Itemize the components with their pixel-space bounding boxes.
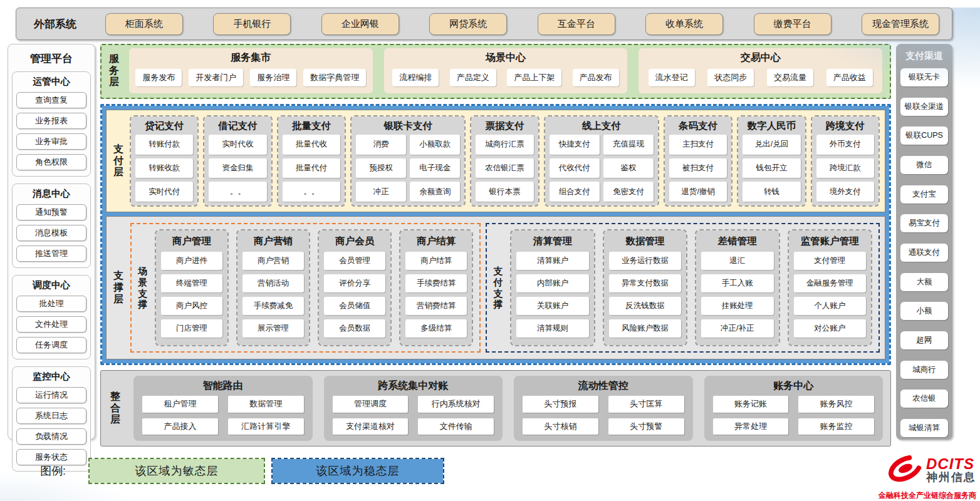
management-groups: 运管中心查询查复业务报表业务审批角色权限消息中心通知预警消息模板推送管理调度中心… — [12, 71, 91, 472]
service-chip: 流程编排 — [392, 69, 439, 86]
support-chip: 反洗钱数据 — [609, 297, 681, 315]
external-system-chip: 网贷系统 — [429, 13, 507, 35]
legend-agile-box: 该区域为敏态层 — [88, 458, 265, 484]
sidebar-chip: 角色权限 — [16, 154, 86, 170]
integration-chip: 账务记账 — [713, 396, 789, 413]
logo-company: 神州信息 — [926, 472, 976, 483]
sidebar-chip: 推送管理 — [16, 245, 86, 262]
integration-chip: 头寸预报 — [523, 396, 598, 413]
legend-row: 图例: 该区域为敏态层 该区域为稳态层 — [40, 457, 952, 485]
service-chip: 产品上下架 — [507, 69, 561, 86]
payment-column-title: 银联卡支付 — [356, 120, 460, 133]
support-chip: 门店管理 — [161, 319, 222, 338]
payment-chip: 城商行汇票 — [476, 135, 533, 155]
service-panels: 服务集市服务发布开发者门户服务治理数据字典管理场景中心流程编排产品定义产品上下架… — [129, 48, 882, 93]
payment-support-area: 支 付 支 撑 清算管理清算账户内部账户关联账户清算规则数据管理业务运行数据异常… — [486, 223, 880, 353]
sidebar-chip: 业务审批 — [16, 133, 86, 150]
support-column-title: 商户营销 — [242, 235, 304, 248]
sidebar-group: 消息中心通知预警消息模板推送管理 — [12, 183, 91, 268]
support-chip: 冲正/补正 — [701, 319, 773, 338]
service-panel-title: 交易中心 — [644, 51, 877, 65]
scene-support-area: 场 景 支 撑 商户管理商户进件终端管理商户风控门店管理商户营销商户营销营销活动… — [130, 223, 481, 353]
support-chip: 商户营销 — [242, 252, 304, 270]
support-chip: 个人账户 — [794, 297, 866, 315]
integration-chip: 账务风控 — [798, 396, 874, 413]
payment-chip: 。。 — [283, 182, 340, 202]
service-layer-label: 服 务 层 — [109, 53, 119, 89]
service-chip: 产品发布 — [573, 69, 619, 86]
support-column: 监管账户管理支付管理金融服务管理个人账户对公账户 — [788, 229, 872, 346]
support-chip: 营销费结算 — [405, 297, 467, 315]
integration-panel: 跨系统集中对账管理调度行内系统核对支付渠道核对文件传输 — [324, 376, 503, 441]
payment-column-title: 线上支付 — [550, 120, 654, 133]
support-chip: 展示管理 — [242, 319, 304, 338]
payment-column-title: 条码支付 — [669, 120, 727, 133]
service-chip: 服务治理 — [250, 69, 296, 86]
integration-layer-label: 整 合 层 — [108, 391, 122, 426]
integration-layer: 整 合 层 智能路由租户管理数据管理产品接入汇路计算引擎跨系统集中对账管理调度行… — [100, 370, 891, 447]
channel-chip: 超网 — [900, 331, 948, 349]
support-chip: 商户风控 — [161, 297, 222, 315]
support-column: 商户会员会员管理评价分享会员储值会员数据 — [318, 229, 392, 346]
support-column-title: 商户结算 — [405, 235, 467, 248]
integration-chip: 账务监控 — [798, 418, 874, 435]
sidebar-group: 调度中心批处理文件处理任务调度 — [12, 275, 91, 359]
support-layer: 支 撑 层 场 景 支 撑 商户管理商户进件终端管理商户风控门店管理商户营销商户… — [106, 216, 885, 359]
integration-panel-title: 跨系统集中对账 — [333, 380, 494, 393]
integration-panel: 智能路由租户管理数据管理产品接入汇路计算引擎 — [133, 376, 313, 441]
service-layer: 服 务 层 服务集市服务发布开发者门户服务治理数据字典管理场景中心流程编排产品定… — [100, 44, 891, 99]
payment-column: 线上支付快捷支付充值提现代收代付鉴权组合支付免密支付 — [544, 115, 659, 207]
payment-chip: 充值提现 — [603, 135, 654, 155]
sidebar-chip: 文件处理 — [16, 316, 86, 333]
integration-chip: 头寸预警 — [608, 418, 684, 435]
integration-chip: 异常处理 — [713, 418, 789, 435]
service-panel-title: 服务集市 — [135, 51, 367, 65]
support-column-title: 差错管理 — [701, 235, 773, 248]
external-system-chip: 现金管理系统 — [862, 13, 939, 35]
payment-chip: 被扫支付 — [669, 158, 727, 178]
external-system-chip: 柜面系统 — [105, 13, 183, 35]
dcits-logo: DCITS 神州信息 金融科技全产业链综合服务商 — [861, 452, 976, 501]
sidebar-chip: 通知预警 — [16, 204, 86, 220]
logo-tagline: 金融科技全产业链综合服务商 — [861, 490, 976, 501]
support-column: 商户营销商户营销营销活动手续费减免展示管理 — [236, 229, 310, 346]
payment-chip: 转钱 — [743, 182, 800, 202]
payment-channels-sidebar: 支付渠道 银联无卡银联全渠道银联CUPS微信支付宝易宝支付通联支付大额小额超网城… — [896, 44, 952, 440]
support-column-title: 商户会员 — [324, 235, 385, 248]
support-chip: 风险账户数据 — [609, 319, 681, 338]
support-chip: 挂账处理 — [701, 297, 773, 315]
payment-layer: 支 付 层 贷记支付转账付款转账收款实时代付借记支付实时代收资金归集。。批量支付… — [106, 110, 885, 212]
support-column: 差错管理退汇手工入账挂账处理冲正/补正 — [695, 229, 779, 346]
service-chip: 服务发布 — [135, 69, 182, 86]
payment-column: 条码支付主扫支付被扫支付退货/撤销 — [664, 115, 732, 207]
support-chip: 退汇 — [701, 252, 773, 270]
integration-chip: 头寸匡算 — [608, 396, 684, 413]
payment-channels-title: 支付渠道 — [900, 50, 948, 62]
external-systems-label: 外部系统 — [34, 17, 102, 31]
payment-column-title: 贷记支付 — [135, 120, 193, 133]
channel-chip: 微信 — [900, 156, 948, 174]
sidebar-group-title: 运管中心 — [15, 76, 88, 88]
integration-chip: 管理调度 — [333, 396, 409, 413]
dcits-swirl-icon — [887, 452, 924, 488]
channel-chip: 银联全渠道 — [900, 98, 948, 116]
payment-chip: 批量代付 — [283, 158, 340, 178]
legend-stable-box: 该区域为稳态层 — [271, 458, 444, 484]
integration-chip: 支付渠道核对 — [333, 418, 409, 435]
payment-chip: 退货/撤销 — [669, 182, 727, 202]
channel-chip: 城银清算 — [900, 419, 948, 437]
sidebar-chip: 负载情况 — [16, 428, 86, 445]
service-panel: 场景中心流程编排产品定义产品上下架产品发布 — [384, 48, 628, 93]
external-system-chip: 互金平台 — [538, 13, 615, 35]
payment-chip: 跨境汇款 — [816, 158, 874, 178]
sidebar-chip: 消息模板 — [16, 225, 86, 241]
payment-chip: 兑出/兑回 — [743, 135, 800, 155]
service-chip: 交易流量 — [767, 69, 813, 86]
payment-chip: 。。 — [209, 182, 266, 202]
integration-panel: 流动性管控头寸预报头寸匡算头寸核销头寸预警 — [514, 376, 693, 441]
payment-chip: 转账收款 — [135, 158, 193, 178]
payment-column: 借记支付实时代收资金归集。。 — [203, 115, 272, 207]
channel-chip: 大额 — [900, 273, 948, 291]
support-chip: 手续费结算 — [405, 274, 467, 292]
payment-chip: 电子现金 — [410, 158, 460, 178]
